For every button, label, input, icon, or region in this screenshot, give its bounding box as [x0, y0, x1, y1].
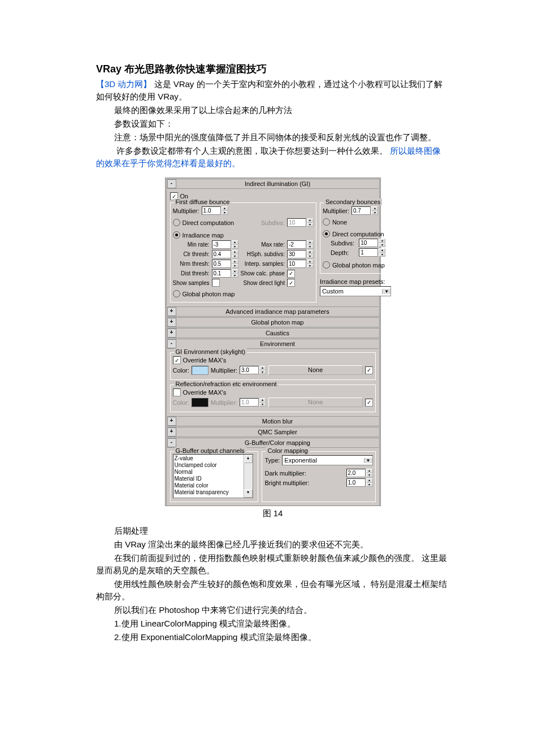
type-label: Type:	[264, 457, 280, 464]
collapse-icon[interactable]: -	[167, 179, 176, 188]
second-none-radio[interactable]	[323, 218, 330, 226]
bright-spinner[interactable]: 1.0▴▾	[346, 478, 373, 487]
type-value: Exponential	[284, 457, 317, 464]
gi-override-label: Override MAX's	[183, 357, 227, 364]
list-item[interactable]: Unclamped color	[175, 462, 242, 469]
rollout-gpm[interactable]: +Global photon map	[166, 317, 380, 327]
expand-icon[interactable]: +	[167, 307, 176, 316]
scroll-up-icon[interactable]: ▴	[244, 455, 253, 463]
expand-icon[interactable]: +	[167, 417, 176, 426]
irr-grid: Min rate: -3▴▾ Max rate: -2▴▾ Clr thresh…	[173, 240, 314, 287]
second-depth-spinner[interactable]: 1▴▾	[359, 248, 385, 257]
first-subdivs-label: Subdivs:	[261, 219, 285, 226]
bright-label: Bright multiplier:	[264, 479, 309, 486]
hsph-spinner[interactable]: 30▴▾	[287, 250, 314, 258]
refl-color-swatch	[192, 398, 209, 407]
refl-map-on-checkbox	[365, 399, 373, 407]
refl-env-legend: Reflection/refraction etc environment	[174, 381, 279, 387]
collapse-icon[interactable]: -	[167, 339, 176, 348]
first-bounce-legend: First diffuse bounce	[174, 198, 232, 205]
gi-override-checkbox[interactable]	[173, 356, 181, 364]
presets-label: Irradiance map presets:	[320, 278, 388, 285]
gi-env-fieldset: GI Environment (skylight) Override MAX's…	[170, 352, 376, 380]
second-mult-spinner[interactable]: 0.7▴▾	[351, 206, 378, 215]
presets-value: Custom	[322, 288, 344, 295]
refl-override-checkbox[interactable]	[173, 388, 181, 396]
first-direct-label: Direct computation	[183, 219, 235, 226]
refl-map-none-button: None	[268, 398, 363, 407]
refl-color-label: Color:	[173, 399, 189, 406]
post-p7: 2.使用 ExponentialColorMapping 模式渲染最终图像。	[96, 631, 449, 643]
hsph-label: HSph. subdivs:	[241, 251, 285, 257]
interp-spinner[interactable]: 10▴▾	[287, 260, 314, 268]
intro-p2: 最终的图像效果采用了以上综合起来的几种方法	[96, 104, 449, 116]
first-mult-spinner[interactable]: 1.0 ▴▾	[202, 206, 228, 215]
dark-spinner[interactable]: 2.0▴▾	[346, 469, 373, 477]
rollout-qmc[interactable]: +QMC Sampler	[166, 427, 380, 437]
first-mult-label: Multiplier:	[173, 208, 199, 214]
source-tag: 【3D 动力网】	[96, 79, 151, 89]
first-mult-value[interactable]: 1.0	[202, 206, 221, 215]
calc-checkbox[interactable]	[287, 270, 295, 278]
first-bounce-fieldset: First diffuse bounce Multiplier: 1.0 ▴▾ …	[170, 202, 316, 303]
expand-icon[interactable]: +	[167, 329, 176, 338]
first-gpm-label: Global photon map	[183, 291, 235, 297]
list-item[interactable]: Z-value	[175, 455, 242, 462]
dist-label: Dist thresh:	[173, 270, 210, 277]
scroll-down-icon[interactable]: ▾	[244, 489, 253, 498]
second-direct-label: Direct computation	[332, 231, 384, 237]
rollout-env[interactable]: -Environment	[166, 339, 380, 349]
gbuffer-body: G-Buffer output channels Z-value Unclamp…	[166, 448, 380, 506]
presets-dropdown[interactable]: Custom ▼	[320, 286, 391, 296]
gi-mult-label: Multiplier:	[211, 367, 237, 374]
expand-icon[interactable]: +	[167, 318, 176, 327]
rollout-motion[interactable]: +Motion blur	[166, 416, 380, 426]
rollout-header-gi[interactable]: - Indirect illumination (GI)	[166, 179, 380, 189]
gi-env-legend: GI Environment (skylight)	[174, 348, 247, 355]
refl-mult-label: Multiplier:	[211, 399, 237, 406]
rollout-caustics[interactable]: +Caustics	[166, 328, 380, 338]
channels-legend: G-Buffer output channels	[174, 447, 246, 454]
intro-p3: 参数设置如下：	[96, 118, 449, 130]
second-mult-label: Multiplier:	[323, 208, 349, 214]
first-direct-radio[interactable]	[173, 219, 180, 226]
rollout-gbuffer[interactable]: -G-Buffer/Color mapping	[166, 438, 380, 448]
gi-map-on-checkbox[interactable]	[365, 366, 373, 374]
second-legend: Secondary bounces	[324, 198, 382, 205]
scrollbar[interactable]: ▴ ▾	[244, 455, 253, 498]
second-subdivs-spinner[interactable]: 10▴▾	[359, 239, 385, 247]
expand-icon[interactable]: +	[167, 427, 176, 437]
rollout-advanced[interactable]: +Advanced irradiance map parameters	[166, 306, 380, 317]
first-gpm-radio[interactable]	[173, 290, 180, 297]
collapse-icon[interactable]: -	[167, 438, 176, 447]
dist-spinner[interactable]: 0.1▴▾	[212, 269, 238, 278]
post-p3: 在我们前面提到过的，使用指数颜色映射模式重新映射颜色值来减少颜色的强度。 这里最…	[96, 552, 449, 577]
post-p5: 所以我们在 Photoshop 中来将它们进行完美的结合。	[96, 604, 449, 616]
nrm-spinner[interactable]: 0.5▴▾	[212, 260, 238, 268]
intro-p5: 许多参数设定都带有个人主观的意图，取决于你想要达到一种什么效果。 所以最终图像的…	[96, 145, 449, 170]
post-p6: 1.使用 LinearColorMapping 模式渲染最终图像。	[96, 617, 449, 630]
second-gpm-radio[interactable]	[323, 261, 330, 269]
gi-color-swatch[interactable]	[192, 366, 209, 375]
gi-map-none-button[interactable]: None	[268, 365, 363, 375]
second-direct-radio[interactable]	[323, 230, 330, 237]
list-item[interactable]: Material transparency	[175, 489, 242, 496]
first-irr-radio[interactable]	[173, 231, 180, 239]
channels-listbox[interactable]: Z-value Unclamped color Normal Material …	[173, 454, 253, 498]
maxrate-spinner[interactable]: -2▴▾	[287, 240, 314, 249]
gi-mult-spinner[interactable]: 3.0▴▾	[240, 366, 266, 374]
clr-spinner[interactable]: 0.4▴▾	[212, 250, 238, 258]
list-item[interactable]: Material color	[175, 482, 242, 489]
list-item[interactable]: Material ID	[175, 476, 242, 482]
minrate-spinner[interactable]: -3▴▾	[212, 240, 238, 249]
post-p2: 由 VRay 渲染出来的最终图像已经几乎接近我们的要求但还不完美。	[96, 538, 449, 551]
first-subdivs-spinner[interactable]: 10 ▴▾	[287, 218, 314, 227]
directlight-checkbox[interactable]	[287, 279, 295, 287]
env-body: GI Environment (skylight) Override MAX's…	[166, 349, 380, 416]
type-dropdown[interactable]: Exponential ▼	[282, 455, 372, 465]
list-item[interactable]: Normal	[175, 469, 242, 476]
clr-label: Clr thresh:	[173, 251, 210, 257]
mapping-legend: Color mapping	[266, 447, 310, 454]
samples-checkbox[interactable]	[212, 279, 220, 287]
maxrate-label: Max rate:	[241, 241, 285, 248]
